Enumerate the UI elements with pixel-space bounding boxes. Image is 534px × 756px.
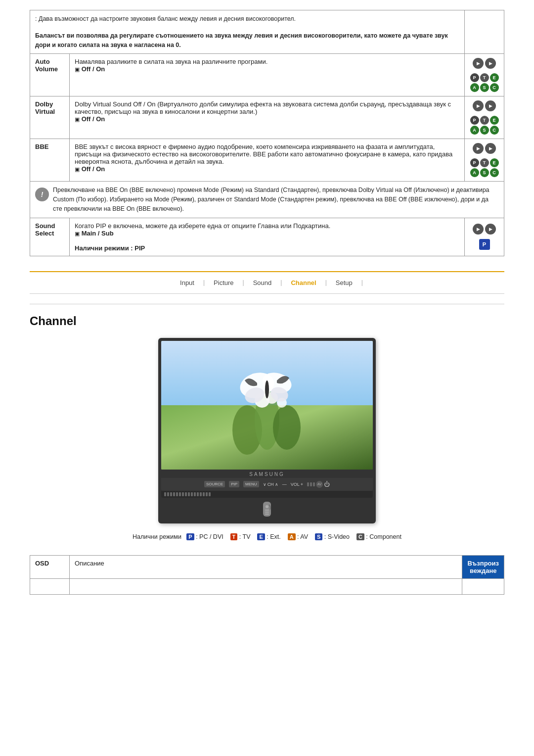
pteasc-badges: P T E A S C xyxy=(470,73,499,92)
nav-sep-5: | xyxy=(361,279,363,286)
bbe-desc: BBE звукът с висока вярност е фирмено ау… xyxy=(70,139,465,182)
svg-point-4 xyxy=(273,405,301,450)
led-b7 xyxy=(182,492,184,496)
balance-note2: Балансът ви позволява да регулирате съот… xyxy=(35,31,459,50)
dolby-play-icon-1 xyxy=(473,100,484,111)
mode-a-label: : AV xyxy=(297,533,313,540)
ch-up: ∧ xyxy=(275,482,278,487)
nav-sound[interactable]: Sound xyxy=(244,279,281,286)
led-row-1: ∨ CH ∧ xyxy=(263,482,278,487)
bbe-icons: P T E A S C xyxy=(465,139,504,182)
dolby-pteasc-badges: P T E A S C xyxy=(470,116,499,135)
nav-setup[interactable]: Setup xyxy=(327,279,361,286)
mode-badge-s: S xyxy=(315,533,322,540)
led-b2 xyxy=(167,492,169,496)
svg-rect-17 xyxy=(265,514,269,515)
bottom-table: OSD Описание Възпроизвеждане xyxy=(30,555,504,595)
mode-badge-e: E xyxy=(257,533,265,540)
mode-badge-c: C xyxy=(356,533,364,540)
sound-select-icons: P xyxy=(465,218,504,256)
bottom-empty-desc xyxy=(70,578,462,594)
led-b6 xyxy=(179,492,181,496)
balance-note1: : Дава възможност да настроите звуковия … xyxy=(35,14,459,24)
bbe-badge-e: E xyxy=(490,158,499,167)
menu-btn[interactable]: MENU xyxy=(243,481,259,487)
mode-e-label: : Ext. xyxy=(267,533,286,540)
bottom-led-bar xyxy=(161,491,373,498)
auto-volume-desc: Намалява разликите в силата на звука на … xyxy=(70,54,465,96)
sound-select-icon-group: P xyxy=(470,224,499,250)
bottom-table-header-row: OSD Описание Възпроизвеждане xyxy=(30,555,504,578)
play-icon-1 xyxy=(473,58,484,69)
led-3 xyxy=(313,482,315,486)
led-2 xyxy=(310,482,312,486)
bottom-col-desc-header: Описание xyxy=(70,555,462,578)
led-bar: AV ⏻ xyxy=(307,481,330,488)
led-b3 xyxy=(170,492,172,496)
balance-note-row: : Дава възможност да настроите звуковия … xyxy=(30,10,504,54)
bottom-empty-osd xyxy=(30,578,70,594)
bbe-row: BBE BBE звукът с висока вярност е фирмен… xyxy=(30,139,504,182)
bbe-badge-s: S xyxy=(480,168,489,177)
auto-volume-label: AutoVolume xyxy=(30,54,70,96)
led-b9 xyxy=(188,492,190,496)
badge-t: T xyxy=(480,73,489,82)
mode-t-label: : TV xyxy=(239,533,256,540)
modes-legend: Налични режими P : PC / DVI T : TV E : E… xyxy=(30,533,504,540)
bbe-note-text: Превключване на BBE On (BBE включено) пр… xyxy=(53,186,499,213)
bbe-icon-group: P T E A S C xyxy=(470,143,499,177)
dolby-play-icon-2 xyxy=(485,100,496,111)
tv-screen xyxy=(161,341,373,470)
bbe-note-content: Превключване на BBE On (BBE включено) пр… xyxy=(35,186,499,213)
navigation-bar: Input | Picture | Sound | Channel | Setu… xyxy=(30,271,504,294)
channel-title: Channel xyxy=(30,314,504,328)
bbe-badge-c: C xyxy=(490,168,499,177)
remote-icon xyxy=(257,501,277,520)
led-1 xyxy=(307,482,309,486)
bbe-info-icon xyxy=(35,188,49,201)
tv-controls: SOURCE PIP MENU ∨ CH ∧ — VOL + xyxy=(161,478,373,491)
power-symbol[interactable]: ⏻ xyxy=(324,481,330,488)
nav-input[interactable]: Input xyxy=(171,279,203,286)
auto-volume-row: AutoVolume Намалява разликите в силата н… xyxy=(30,54,504,96)
dolby-badge-c: C xyxy=(490,126,499,135)
dolby-play-icons xyxy=(473,100,496,112)
ch-label: CH xyxy=(267,482,274,487)
led-b13 xyxy=(200,492,202,496)
led-b1 xyxy=(164,492,166,496)
bbe-badge-a: A xyxy=(470,168,479,177)
dash: — xyxy=(282,482,287,487)
dolby-badge-t: T xyxy=(480,116,489,125)
svg-rect-15 xyxy=(265,510,269,511)
led-b8 xyxy=(185,492,187,496)
bottom-empty-action xyxy=(462,578,504,594)
nav-channel[interactable]: Channel xyxy=(282,279,325,286)
ch-down: ∨ xyxy=(263,482,267,487)
mode-badge-a: A xyxy=(288,533,296,540)
nav-picture[interactable]: Picture xyxy=(205,279,242,286)
dolby-virtual-desc: Dolby Virtual Sound Off / On (Виртуалнот… xyxy=(70,96,465,139)
badge-p: P xyxy=(470,73,479,82)
bbe-pteasc-badges: P T E A S C xyxy=(470,158,499,177)
mode-p-label: : PC / DVI xyxy=(196,533,228,540)
bottom-table-empty-row xyxy=(30,578,504,594)
pip-btn[interactable]: PIP xyxy=(229,481,239,487)
led-b5 xyxy=(176,492,178,496)
source-btn[interactable]: SOURCE xyxy=(204,481,225,487)
sound-select-p-badge-wrapper: P xyxy=(479,239,490,250)
bbe-note-row: Превключване на BBE On (BBE включено) пр… xyxy=(30,182,504,218)
svg-point-14 xyxy=(266,505,268,508)
sound-select-row: SoundSelect Когато PIP е включена, может… xyxy=(30,218,504,256)
bbe-note-cell: Превключване на BBE On (BBE включено) пр… xyxy=(30,182,504,218)
led-b11 xyxy=(194,492,196,496)
play-icon-2 xyxy=(485,58,496,69)
auto-volume-icons: P T E A S C xyxy=(465,54,504,96)
tv-screen-svg xyxy=(161,341,373,470)
svg-point-12 xyxy=(265,380,269,398)
bbe-label: BBE xyxy=(30,139,70,182)
bbe-play-icon-1 xyxy=(473,143,484,154)
sound-select-label: SoundSelect xyxy=(30,218,70,256)
mode-s-label: : S-Video xyxy=(324,533,355,540)
tv-display-wrapper: SAMSUNG SOURCE PIP MENU ∨ CH ∧ — VOL + xyxy=(30,338,504,523)
dolby-badge-a: A xyxy=(470,126,479,135)
